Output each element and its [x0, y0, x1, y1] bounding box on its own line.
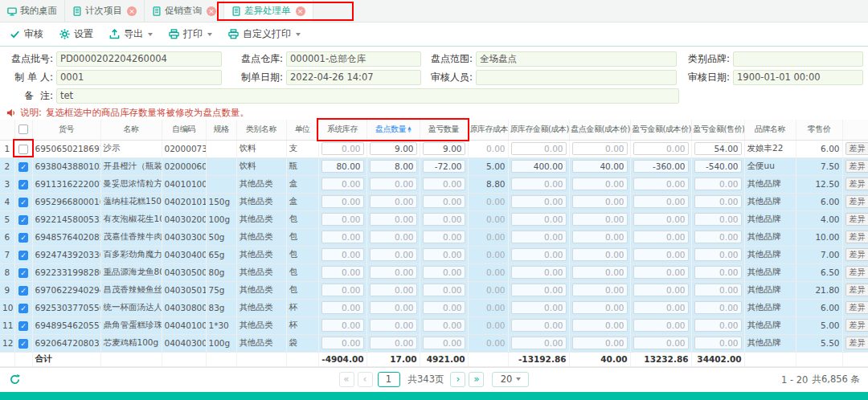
row-checkbox-cell: ✓ [14, 193, 32, 210]
difference-button[interactable]: 差异 [845, 266, 868, 279]
numeric-box: 8.00 [370, 160, 417, 173]
difference-button[interactable]: 差异 [845, 231, 868, 243]
cell: 0.00 [508, 140, 569, 157]
numeric-box: 0.00 [511, 284, 567, 296]
next-page-button[interactable]: › [450, 372, 465, 387]
row-checkbox[interactable]: ✓ [18, 268, 28, 278]
make-date-input[interactable]: 2022-04-26 14:07 [286, 70, 421, 85]
row-checkbox[interactable]: ✓ [18, 162, 28, 172]
tab-difference-form[interactable]: 差异处理单 × [224, 0, 313, 22]
numeric-box: 0.00 [511, 301, 567, 314]
row-checkbox[interactable]: ✓ [18, 180, 28, 190]
row-checkbox[interactable]: ✓ [18, 321, 28, 331]
numeric-box: 0.00 [572, 178, 628, 190]
print-button[interactable]: 打印 [169, 27, 212, 41]
row-checkbox[interactable] [18, 145, 28, 154]
row-checkbox[interactable]: ✓ [18, 215, 28, 225]
maker-input[interactable]: 0001 [56, 70, 222, 85]
row-checkbox[interactable]: ✓ [18, 339, 28, 349]
cell: 0.00 [366, 316, 420, 334]
cell: 0403050002 [162, 263, 206, 281]
last-page-button[interactable]: » [469, 372, 484, 387]
action-column-header [842, 120, 868, 140]
cell: 其他品类 [236, 228, 286, 246]
column-header-6[interactable]: 系统库存 [318, 120, 366, 140]
category-brand-input[interactable] [733, 51, 863, 67]
numeric-box: 0.00 [321, 301, 364, 314]
close-tab-icon[interactable]: × [207, 6, 216, 16]
column-header-11[interactable]: 盘点金额(成本价) [569, 120, 630, 140]
column-header-3[interactable]: 规格 [206, 120, 236, 140]
total-cell [236, 352, 286, 366]
tab-count-project[interactable]: 计次项目 × [65, 0, 145, 22]
warehouse-label: 盘点仓库: [233, 52, 283, 66]
difference-button[interactable]: 差异 [845, 160, 868, 173]
row-checkbox[interactable]: ✓ [18, 286, 28, 296]
column-header-4[interactable]: 类别名称 [236, 120, 286, 140]
column-header-5[interactable]: 单位 [286, 120, 318, 140]
total-cell: -13192.86 [508, 352, 569, 366]
close-tab-icon[interactable]: × [296, 6, 305, 16]
cell: 0.00 [508, 228, 569, 246]
page-size-select[interactable]: 20 [492, 372, 529, 387]
column-header-8[interactable]: 盈亏数量 [420, 120, 468, 140]
scope-input[interactable]: 全场盘点 [476, 51, 677, 67]
row-checkbox[interactable]: ✓ [18, 304, 28, 313]
row-checkbox[interactable]: ✓ [18, 233, 28, 243]
column-header-2[interactable]: 自编码 [162, 120, 206, 140]
refresh-button[interactable] [6, 372, 23, 388]
column-header-12[interactable]: 盈亏金额(成本价) [630, 120, 691, 140]
numeric-box: 9.00 [423, 142, 465, 155]
column-header-10[interactable]: 原库存金额(成本) [508, 120, 569, 140]
cell: 0.00 [569, 263, 630, 281]
difference-button[interactable]: 差异 [845, 178, 868, 190]
page-number-input[interactable]: 1 [378, 372, 400, 387]
column-header-9[interactable]: 原库存成本价 [468, 120, 508, 140]
difference-button[interactable]: 差异 [845, 337, 868, 349]
cell: 其他品类 [236, 175, 286, 193]
warehouse-input[interactable]: 000001-总部仓库 [286, 51, 421, 67]
difference-button[interactable]: 差异 [845, 142, 868, 155]
column-header-0[interactable]: 货号 [32, 120, 100, 140]
column-header-14[interactable]: 品牌名称 [744, 120, 796, 140]
custom-print-label: 自定义打印 [243, 27, 291, 41]
difference-button[interactable]: 差异 [845, 213, 868, 226]
column-header-15[interactable]: 零售价 [796, 120, 842, 140]
cell: 0.00 [630, 228, 691, 246]
difference-button[interactable]: 差异 [845, 284, 868, 296]
column-header-13[interactable]: 盈亏金额(售价) [691, 120, 744, 140]
numeric-box: 0.00 [423, 213, 465, 226]
print-label: 打印 [183, 27, 203, 41]
settings-button[interactable]: 设置 [59, 27, 93, 41]
column-header-1[interactable]: 名称 [100, 120, 162, 140]
tab-promo-query[interactable]: 促销查询 × [145, 0, 224, 22]
batch-input[interactable]: PD0000202204260004 [56, 51, 222, 67]
export-button[interactable]: 导出 [109, 27, 153, 41]
difference-button[interactable]: 差异 [845, 195, 868, 208]
row-checkbox[interactable]: ✓ [18, 198, 28, 207]
first-page-button[interactable]: « [339, 372, 354, 387]
difference-button[interactable]: 差异 [845, 319, 868, 332]
cell: 0403040046 [162, 246, 206, 263]
custom-print-button[interactable]: 自定义打印 [228, 27, 301, 41]
tab-my-desktop[interactable]: 我的桌面 [0, 0, 65, 22]
remark-input[interactable]: tet [56, 88, 679, 104]
total-cell: 40.00 [569, 352, 630, 366]
cell: 盒 [286, 175, 318, 193]
difference-button[interactable]: 差异 [845, 301, 868, 314]
cell: 薀纳桂花糕150g [100, 193, 162, 210]
numeric-box: 0.00 [633, 319, 689, 332]
difference-button[interactable]: 差异 [845, 248, 868, 261]
audit-button[interactable]: 审核 [10, 27, 43, 41]
select-all-checkbox[interactable] [18, 124, 28, 134]
sort-icon[interactable]: ▲▼ [407, 126, 411, 133]
prev-page-button[interactable]: ‹ [358, 372, 373, 387]
column-header-7[interactable]: 盘点数量▲▼ [366, 120, 420, 140]
close-tab-icon[interactable]: × [127, 6, 137, 16]
audit-date-input[interactable]: 1900-01-01 00:00 [733, 70, 863, 85]
row-checkbox[interactable]: ✓ [18, 251, 28, 260]
numeric-box: 0.00 [423, 284, 465, 296]
total-row: 合计-4904.0017.004921.00-13192.8640.001323… [0, 352, 868, 366]
auditor-input[interactable] [476, 70, 677, 85]
cell: 盒 [286, 193, 318, 210]
